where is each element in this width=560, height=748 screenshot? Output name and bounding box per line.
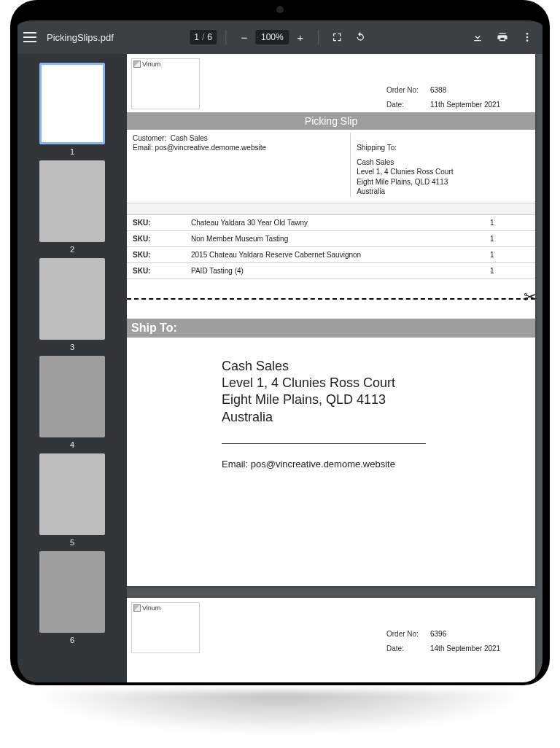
table-row: SKU:2015 Chateau Yaldara Reserve Caberne… <box>127 246 535 262</box>
thumbnail-page-3[interactable] <box>39 258 105 340</box>
page-indicator[interactable]: 1 / 6 <box>190 30 217 44</box>
page-total: 6 <box>207 32 212 42</box>
shipping-to-label: Shipping To: <box>357 143 529 153</box>
page-sep: / <box>202 32 204 42</box>
svg-point-0 <box>526 33 529 35</box>
date-value: 11th September 2021 <box>430 101 518 112</box>
cut-line <box>127 298 535 300</box>
date-value: 14th September 2021 <box>430 644 518 656</box>
fit-page-button[interactable] <box>328 28 347 47</box>
order-no-value: 6388 <box>430 86 518 98</box>
line-items-table: SKU:Chateau Yaldara 30 Year Old Tawny1 S… <box>127 203 535 279</box>
scissors-icon: ✂ <box>524 288 537 307</box>
zoom-out-button[interactable]: − <box>235 28 254 47</box>
document-title: Picking Slip <box>127 112 535 130</box>
thumbnail-page-5[interactable] <box>39 453 105 535</box>
ship-to-email: Email: pos@vincreative.demome.website <box>222 459 521 470</box>
ship-to-name: Cash Sales <box>222 358 521 375</box>
svg-point-1 <box>526 36 529 39</box>
customer-name: Cash Sales <box>171 134 208 142</box>
svg-point-2 <box>526 39 529 42</box>
table-row: SKU:Chateau Yaldara 30 Year Old Tawny1 <box>127 214 535 230</box>
tablet-frame: PickingSlips.pdf 1 / 6 − 100% + <box>10 0 550 685</box>
zoom-in-button[interactable]: + <box>291 28 310 47</box>
toolbar-separator <box>225 30 226 44</box>
order-no-value: 6396 <box>430 630 518 642</box>
menu-icon[interactable] <box>23 32 36 42</box>
print-button[interactable] <box>493 28 512 47</box>
order-no-label: Order No: <box>386 86 430 98</box>
zoom-level[interactable]: 100% <box>255 30 289 44</box>
thumbnail-sidebar[interactable]: 1 2 3 4 5 6 <box>18 54 127 682</box>
more-button[interactable] <box>518 28 537 47</box>
thumbnail-page-6[interactable] <box>39 551 105 633</box>
pdf-page-2: Vinum Order No: 6396 Date: 14th Septembe… <box>127 598 535 682</box>
logo-placeholder: Vinum <box>131 58 200 109</box>
rotate-button[interactable] <box>351 28 370 47</box>
customer-email: pos@vincreative.demome.website <box>155 144 266 152</box>
table-row: SKU:PAID Tasting (4)1 <box>127 262 535 278</box>
table-row: SKU:Non Member Museum Tasting1 <box>127 230 535 246</box>
date-label: Date: <box>386 101 430 112</box>
thumbnail-page-2[interactable] <box>39 160 105 242</box>
pdf-toolbar: PickingSlips.pdf 1 / 6 − 100% + <box>18 20 542 54</box>
thumbnail-page-1[interactable] <box>39 63 105 144</box>
toolbar-separator <box>319 30 319 44</box>
logo-placeholder: Vinum <box>131 602 200 653</box>
thumbnail-page-4[interactable] <box>39 356 105 437</box>
file-name: PickingSlips.pdf <box>47 32 114 43</box>
pdf-page-1: Vinum Order No: 6388 Date: 11th Septembe… <box>127 54 535 586</box>
ship-to-band: Ship To: <box>127 319 535 338</box>
page-current: 1 <box>194 32 199 42</box>
page-viewer[interactable]: Vinum Order No: 6388 Date: 11th Septembe… <box>127 54 542 682</box>
broken-image-icon <box>133 604 141 612</box>
download-button[interactable] <box>468 28 487 47</box>
broken-image-icon <box>133 61 141 68</box>
